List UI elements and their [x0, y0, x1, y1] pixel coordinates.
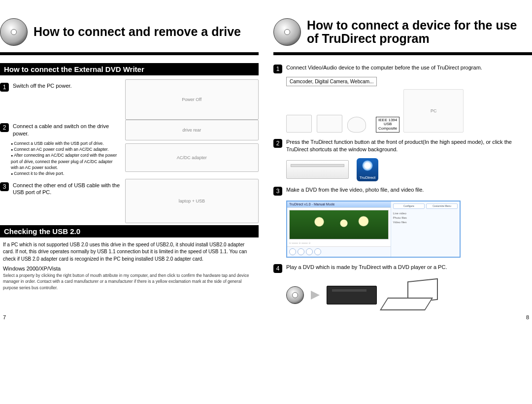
title-divider [0, 52, 259, 55]
step-number: 2 [0, 123, 9, 132]
windows-subhead: Windows 2000/XP/Vista [3, 266, 256, 271]
pause-icon [298, 248, 304, 255]
r-step1-row: 1 Connect Video/Audio device to the comp… [273, 64, 532, 73]
windows-finetext: Select a property by clicking the right … [3, 272, 256, 291]
step2-text: Connect a cable and switch on the drive … [13, 123, 121, 137]
trudirect-screenshot: TruDirect v1.0 - Manual Mode ○ ─── ○ ───… [286, 201, 461, 258]
drive-trudirect-row: TruDirect [286, 158, 532, 181]
screenshot-body: ○ ─── ○ ─── ○ [287, 207, 391, 246]
step-number: 2 [273, 139, 282, 148]
disc-icon [273, 18, 301, 46]
step-number: 3 [273, 187, 282, 196]
right-title-row: How to connect a device for the use of T… [273, 15, 532, 49]
left-section1-bar: How to connect the External DVD Writer [0, 63, 259, 75]
digital-camera-icon [317, 115, 342, 133]
step-number: 1 [273, 65, 282, 73]
step1-row: 1 Switch off the PC power. [0, 82, 121, 92]
left-step3-block: 3 Connect the other end of USB cable wit… [0, 179, 259, 223]
webcam-icon [347, 117, 366, 133]
r-step4-row: 4 Play a DVD which is made by TruDirect … [273, 264, 532, 273]
bullet-item: Connect an AC power cord with an AC/DC a… [11, 146, 121, 152]
camera-icons [286, 115, 366, 133]
r-step2-row: 2 Press the TruDirect function button at… [273, 138, 532, 153]
step-number: 1 [0, 83, 9, 92]
disc-icon [0, 18, 28, 46]
stop-icon [306, 248, 313, 255]
adapter-illustration: AC/DC adapter [125, 143, 259, 172]
usb-body-text: If a PC which is not supported USB 2.0 u… [3, 241, 256, 263]
step-number: 3 [0, 182, 9, 191]
left-page-title: How to connect and remove a drive [33, 25, 241, 39]
screenshot-sunflower-image [289, 210, 389, 239]
step1-text: Switch off the PC power. [13, 82, 72, 90]
desktop-pc-illustration: PC [403, 89, 464, 133]
r-step3-text: Make a DVD from the live video, photo fi… [286, 186, 424, 194]
step3-text: Connect the other end of USB cable with … [13, 182, 121, 197]
finalize-icon [314, 248, 321, 255]
page-left: How to connect and remove a drive How to… [0, 15, 259, 322]
disc-icon [286, 286, 304, 304]
laptop-illustration [384, 280, 438, 310]
page-number-right: 8 [273, 312, 532, 322]
playback-media-row [286, 280, 532, 310]
screenshot-controls [287, 246, 391, 257]
devices-group: Camcoder, Digital Camera, Webcam... IEEE… [286, 76, 532, 133]
bullet-item: Connect a USB cable with the USB port of… [11, 140, 121, 146]
camcorder-icon [286, 115, 312, 133]
record-icon [289, 248, 296, 255]
screenshot-sidebar: Configure Customize Menu Live video Phot… [391, 202, 460, 257]
dvd-player-illustration [327, 286, 377, 304]
screenshot-titlebar: TruDirect v1.0 - Manual Mode [287, 202, 391, 207]
step3-row: 3 Connect the other end of USB cable wit… [0, 182, 121, 197]
customize-menu-button: Customize Menu [426, 203, 458, 209]
page-right: How to connect a device for the use of T… [273, 15, 532, 322]
step-number: 4 [273, 264, 282, 273]
drive-rear-illustration: drive rear [125, 120, 259, 140]
page-number-left: 7 [0, 312, 259, 322]
laptop-usb-illustration: laptop + USB [125, 179, 259, 223]
configure-button: Configure [393, 203, 425, 209]
external-drive-illustration [286, 160, 349, 179]
left-title-row: How to connect and remove a drive [0, 15, 259, 49]
trudirect-icon-label: TruDirect [360, 175, 376, 180]
left-step2-block: 2 Connect a cable and switch on the driv… [0, 120, 259, 179]
bullet-item: Connect it to the drive port. [11, 170, 121, 176]
left-step1-block: 1 Switch off the PC power. Power Off [0, 79, 259, 120]
title-divider [273, 52, 532, 55]
r-step1-text: Connect Video/Audio device to the comput… [286, 64, 482, 71]
power-off-badge: Power Off [182, 97, 201, 102]
connection-label: IEEE 1394 USB Composite [376, 117, 399, 133]
right-page-title: How to connect a device for the use of T… [307, 19, 532, 46]
left-section2-bar: Checking the USB 2.0 [0, 225, 259, 237]
devices-label: Camcoder, Digital Camera, Webcam... [286, 77, 377, 86]
r-step4-text: Play a DVD which is made by TruDirect wi… [286, 264, 447, 271]
step2-bullets: Connect a USB cable with the USB port of… [11, 140, 121, 177]
step2-row: 2 Connect a cable and switch on the driv… [0, 123, 121, 137]
r-step2-text: Press the TruDirect function button at t… [286, 138, 532, 153]
bullet-item: After connecting an AC/DC adapter cord w… [11, 152, 121, 170]
laptop-off-illustration: Power Off [125, 79, 259, 120]
trudirect-icon: TruDirect [357, 158, 378, 181]
arrow-icon [311, 291, 320, 300]
r-step3-row: 3 Make a DVD from the live video, photo … [273, 186, 532, 196]
